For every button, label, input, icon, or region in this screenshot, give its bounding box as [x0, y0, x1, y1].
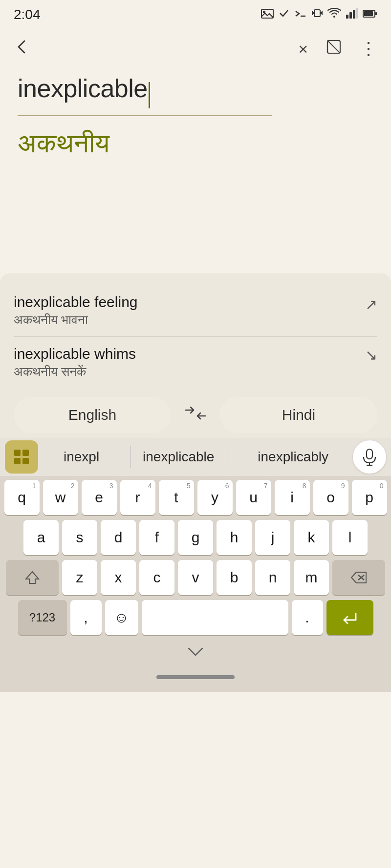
back-button[interactable]: [14, 39, 29, 59]
toolbar-left: [14, 39, 29, 59]
key-c[interactable]: c: [139, 560, 174, 595]
svg-rect-12: [356, 8, 358, 19]
toolbar-right: × ⋮: [298, 39, 377, 59]
source-lang-button[interactable]: English: [14, 397, 171, 433]
key-row-4: ?123 , ☺ .: [3, 600, 388, 635]
svg-rect-24: [22, 458, 29, 464]
terminal-icon: [294, 8, 307, 21]
translated-text: अकथनीय: [18, 128, 373, 159]
shift-button[interactable]: [6, 560, 59, 595]
svg-marker-28: [26, 572, 39, 583]
suggestion-item-1[interactable]: inexplicable feeling अकथनीय भावना ↗: [14, 285, 377, 337]
svg-rect-21: [14, 450, 21, 456]
key-v[interactable]: v: [178, 560, 213, 595]
status-time: 2:04: [14, 7, 41, 22]
lang-toggle: English Hindi: [14, 397, 377, 433]
suggestion-arrow-1: ↗: [365, 296, 377, 313]
svg-rect-3: [314, 10, 320, 17]
key-period[interactable]: .: [292, 600, 323, 635]
key-t[interactable]: 5t: [159, 480, 194, 515]
key-o[interactable]: 9o: [313, 480, 348, 515]
keyboard-app-icon[interactable]: [5, 440, 38, 474]
key-n[interactable]: n: [255, 560, 290, 595]
suggestion-item-2[interactable]: inexplicable whims अकथनीय सनकें ↗: [14, 337, 377, 388]
kb-word-1[interactable]: inexpl: [56, 446, 107, 468]
key-row-1: 1q 2w 3e 4r 5t 6y 7u 8i 9o 0p: [3, 480, 388, 515]
svg-rect-25: [367, 449, 372, 459]
suggestion-en-1: inexplicable feeling: [14, 294, 365, 310]
key-p[interactable]: 0p: [352, 480, 387, 515]
translation-area: inexplicable अकथनीय: [0, 68, 391, 273]
kb-suggestions: inexpl inexplicable inexplicably: [44, 446, 348, 468]
backspace-button[interactable]: [332, 560, 385, 595]
status-bar: 2:04: [0, 0, 391, 29]
svg-rect-10: [349, 12, 352, 19]
key-z[interactable]: z: [62, 560, 97, 595]
wifi-icon: [327, 8, 341, 21]
signal-icon: [346, 8, 358, 21]
svg-rect-14: [364, 11, 373, 16]
svg-rect-23: [14, 458, 21, 464]
svg-rect-11: [353, 10, 355, 19]
key-k[interactable]: k: [294, 520, 329, 555]
more-menu-button[interactable]: ⋮: [360, 39, 377, 59]
vibrate-icon: [312, 8, 323, 21]
close-button[interactable]: ×: [298, 40, 308, 59]
emoji-button[interactable]: ☺: [105, 600, 138, 635]
key-row-2: a s d f g h j k l: [3, 520, 388, 555]
svg-rect-15: [375, 12, 377, 15]
keyboard: 1q 2w 3e 4r 5t 6y 7u 8i 9o 0p a s d f g …: [0, 476, 391, 643]
status-icons: [261, 8, 377, 21]
key-m[interactable]: m: [294, 560, 329, 595]
key-e[interactable]: 3e: [82, 480, 117, 515]
suggestion-en-2: inexplicable whims: [14, 346, 365, 362]
key-comma[interactable]: ,: [70, 600, 102, 635]
suggestion-hi-1: अकथनीय भावना: [14, 312, 365, 328]
key-d[interactable]: d: [101, 520, 136, 555]
key-y[interactable]: 6y: [197, 480, 233, 515]
keyboard-collapse-button[interactable]: [0, 643, 391, 662]
suggestion-text-1: inexplicable feeling अकथनीय भावना: [14, 294, 365, 328]
key-a[interactable]: a: [23, 520, 59, 555]
mic-button[interactable]: [353, 440, 386, 474]
check-icon: [279, 8, 289, 21]
enter-button[interactable]: [326, 600, 373, 635]
home-indicator: [156, 675, 235, 679]
key-i[interactable]: 8i: [275, 480, 310, 515]
key-f[interactable]: f: [139, 520, 174, 555]
source-text-container: inexplicable: [18, 73, 373, 108]
key-j[interactable]: j: [255, 520, 290, 555]
bottom-bar: [0, 662, 391, 692]
svg-rect-0: [261, 9, 273, 18]
keyboard-suggestion-bar: inexpl inexplicable inexplicably: [0, 438, 391, 476]
key-w[interactable]: 2w: [43, 480, 78, 515]
text-cursor: [149, 82, 150, 108]
kb-word-3[interactable]: inexplicably: [250, 446, 336, 468]
space-key[interactable]: [142, 600, 288, 635]
target-lang-button[interactable]: Hindi: [220, 397, 377, 433]
kb-word-2[interactable]: inexplicable: [130, 446, 226, 468]
lang-swap-button[interactable]: [176, 405, 215, 425]
key-u[interactable]: 7u: [236, 480, 271, 515]
suggestion-text-2: inexplicable whims अकथनीय सनकें: [14, 346, 365, 379]
battery-icon: [363, 8, 377, 21]
svg-rect-9: [346, 15, 348, 19]
toolbar: × ⋮: [0, 29, 391, 68]
key-r[interactable]: 4r: [120, 480, 155, 515]
suggestion-arrow-2: ↗: [365, 348, 377, 365]
key-s[interactable]: s: [62, 520, 97, 555]
suggestions-area: inexplicable feeling अकथनीय भावना ↗ inex…: [0, 273, 391, 438]
key-x[interactable]: x: [101, 560, 136, 595]
svg-line-17: [327, 41, 340, 53]
key-q[interactable]: 1q: [4, 480, 40, 515]
key-h[interactable]: h: [217, 520, 252, 555]
suggestion-hi-2: अकथनीय सनकें: [14, 364, 365, 379]
key-l[interactable]: l: [332, 520, 368, 555]
svg-rect-22: [22, 450, 29, 456]
edit-button[interactable]: [326, 39, 342, 59]
source-text[interactable]: inexplicable: [18, 74, 148, 103]
symbols-button[interactable]: ?123: [18, 600, 67, 635]
key-b[interactable]: b: [217, 560, 252, 595]
svg-point-8: [333, 16, 335, 18]
key-g[interactable]: g: [178, 520, 213, 555]
